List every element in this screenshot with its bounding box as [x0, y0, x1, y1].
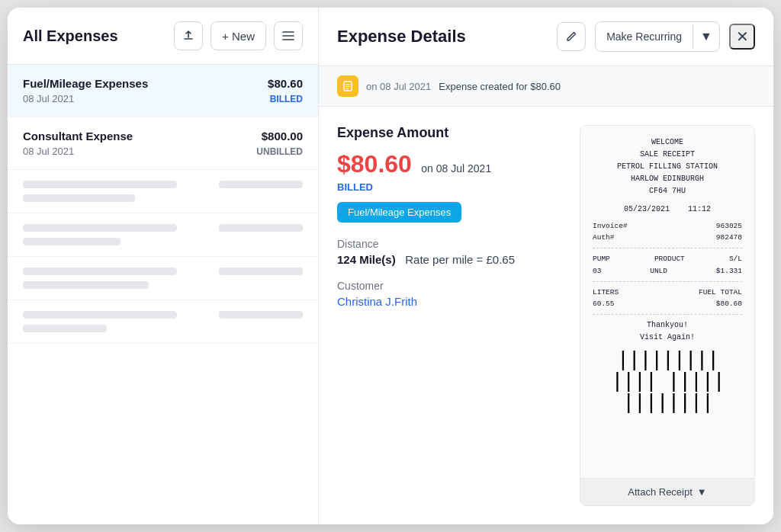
activity-icon [337, 75, 358, 97]
receipt-auth-row: Auth# 982470 [593, 232, 742, 243]
receipt-line-4: HARLOW EDINBURGH [593, 173, 742, 185]
receipt-line-3: PETROL FILLING STATION [593, 161, 742, 173]
new-button[interactable]: + New [211, 21, 266, 50]
skeleton-row-4 [8, 300, 318, 344]
skel [219, 224, 303, 232]
skel [219, 311, 303, 319]
expense-status-badge: BILLED [337, 181, 561, 193]
expense-status-consultant: UNBILLED [256, 146, 303, 157]
skel [23, 311, 177, 319]
activity-text: Expense created for $80.60 [439, 81, 561, 92]
expense-category-tag[interactable]: Fuel/Mileage Expenses [337, 202, 461, 223]
distance-section: Distance 124 Mile(s) Rate per mile = £0.… [337, 238, 561, 266]
val-liters: 60.55 [593, 298, 615, 309]
right-panel: Expense Details Make Recurring ▼ ✕ on 08… [319, 8, 773, 524]
skeleton-row-1 [8, 170, 318, 213]
col-sl: S/L [729, 253, 742, 264]
receipt-divider-2 [593, 281, 742, 282]
receipt-card: WELCOME SALE RECEIPT PETROL FILLING STAT… [580, 125, 755, 506]
skel [219, 268, 303, 275]
customer-label: Customer [337, 280, 561, 292]
receipt-divider-3 [593, 314, 742, 315]
expense-item-fuel[interactable]: Fuel/Mileage Expenses $80.60 08 Jul 2021… [8, 65, 318, 117]
skel [23, 238, 121, 245]
expense-amount-section-title: Expense Amount [337, 125, 561, 141]
expense-details-title: Expense Details [337, 27, 548, 46]
receipt-invoice-label: Invoice# [593, 220, 628, 232]
expense-date-consultant: 08 Jul 2021 [23, 146, 74, 157]
receipt-datetime: 05/23/2021 11:12 [593, 204, 742, 216]
expense-amount-fuel: $80.60 [268, 77, 303, 90]
attach-receipt-arrow: ▼ [697, 486, 707, 498]
right-header: Expense Details Make Recurring ▼ ✕ [319, 8, 773, 66]
customer-section: Customer Christina J.Frith [337, 280, 561, 308]
skel [23, 281, 149, 289]
expense-status-fuel: BILLED [270, 94, 303, 104]
document-icon [342, 81, 353, 91]
distance-rate-value: Rate per mile = £0.65 [405, 253, 515, 266]
attach-receipt-button[interactable]: Attach Receipt ▼ [580, 478, 754, 505]
skel [219, 181, 303, 188]
expense-amount-date: on 08 Jul 2021 [421, 162, 491, 175]
customer-value[interactable]: Christina J.Frith [337, 295, 561, 308]
skel [23, 194, 135, 202]
receipt-invoice-value: 963025 [716, 220, 742, 232]
skel [23, 325, 107, 332]
receipt-visit-again: Visit Again! [593, 332, 742, 344]
distance-value: 124 Mile(s) Rate per mile = £0.65 [337, 253, 561, 266]
amount-row: $80.60 on 08 Jul 2021 [337, 150, 561, 178]
skel [23, 268, 177, 275]
col-fuel-total: FUEL TOTAL [699, 287, 742, 298]
receipt-divider-1 [593, 248, 742, 248]
val-fuel-total: $80.60 [716, 298, 742, 309]
expense-list: Fuel/Mileage Expenses $80.60 08 Jul 2021… [8, 65, 318, 524]
receipt-liters-headers: LITERS FUEL TOTAL [593, 287, 742, 298]
expense-amount-value: $80.60 [337, 150, 412, 178]
expense-date-fuel: 08 Jul 2021 [23, 93, 74, 104]
receipt-thankyou: Thankyou! [593, 319, 742, 332]
close-button[interactable]: ✕ [729, 24, 755, 50]
receipt-liters-row: 60.55 $80.60 [593, 298, 742, 309]
receipt-body: WELCOME SALE RECEIPT PETROL FILLING STAT… [580, 126, 754, 478]
col-product: PRODUCT [654, 253, 685, 264]
expense-item-consultant[interactable]: Consultant Expense $800.00 08 Jul 2021 U… [8, 117, 318, 170]
app-container: All Expenses + New Fuel/Mileage Expenses… [8, 8, 773, 524]
receipt-invoice-row: Invoice# 963025 [593, 220, 742, 232]
make-recurring-dropdown-arrow[interactable]: ▼ [693, 22, 719, 51]
skeleton-row-3 [8, 257, 318, 300]
edit-icon [565, 30, 577, 43]
expense-name-consultant: Consultant Expense [23, 130, 133, 143]
distance-label: Distance [337, 238, 561, 250]
make-recurring-label[interactable]: Make Recurring [596, 24, 693, 49]
upload-icon [182, 30, 194, 42]
all-expenses-title: All Expenses [23, 27, 166, 45]
upload-button[interactable] [174, 21, 203, 50]
receipt-barcode: ||||||||| |||| ||||| |||||||| [593, 350, 742, 414]
edit-button[interactable] [557, 22, 586, 51]
skel [23, 181, 177, 188]
receipt-col-headers: PUMP PRODUCT S/L [593, 253, 742, 264]
right-content: Expense Amount $80.60 on 08 Jul 2021 BIL… [319, 107, 773, 524]
val-pump: 03 [593, 265, 601, 277]
receipt-auth-label: Auth# [593, 232, 615, 243]
menu-button[interactable] [274, 21, 303, 50]
activity-bar: on 08 Jul 2021 Expense created for $80.6… [319, 66, 773, 107]
make-recurring-button[interactable]: Make Recurring ▼ [595, 21, 720, 52]
skel [23, 224, 177, 232]
col-liters: LITERS [593, 287, 619, 298]
attach-receipt-label: Attach Receipt [628, 486, 693, 498]
receipt-auth-value: 982470 [716, 232, 742, 243]
expense-details-left: Expense Amount $80.60 on 08 Jul 2021 BIL… [337, 125, 561, 506]
receipt-product-row: 03 UNLD $1.331 [593, 265, 742, 277]
menu-icon [282, 30, 294, 41]
receipt-line-2: SALE RECEIPT [593, 149, 742, 161]
receipt-line-5: CF64 7HU [593, 185, 742, 197]
distance-rate [399, 253, 402, 266]
receipt-line-1: WELCOME [593, 136, 742, 149]
val-product: UNLD [650, 265, 667, 277]
activity-date: on 08 Jul 2021 [366, 81, 431, 92]
val-sl: $1.331 [716, 265, 742, 277]
col-pump: PUMP [593, 253, 610, 264]
skeleton-row-2 [8, 213, 318, 257]
distance-miles: 124 Mile(s) [337, 253, 396, 266]
